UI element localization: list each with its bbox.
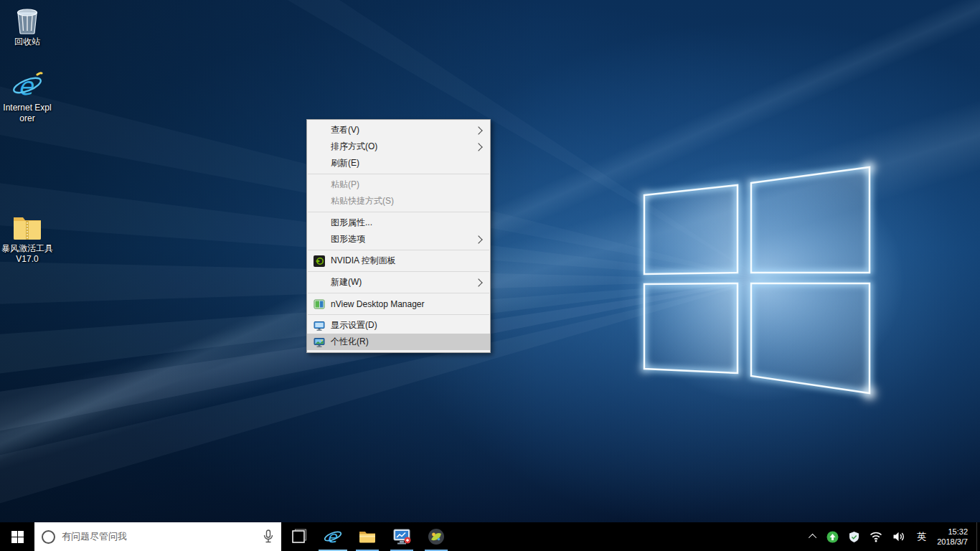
personalize-icon: [307, 336, 331, 348]
menu-separator: [308, 293, 489, 293]
nview-icon: [307, 298, 331, 310]
system-tray: 英 15:32 2018/3/7: [806, 522, 980, 551]
desktop-context-menu: 查看(V) 排序方式(O) 刷新(E) 粘贴(P) 粘贴快捷方式(S) 图形属性…: [306, 119, 491, 353]
clock-date: 2018/3/7: [937, 537, 968, 547]
desktop[interactable]: 回收站 e Internet Explorer 暴风激活工具V17.0 查看(: [0, 0, 980, 551]
tray-network[interactable]: [864, 522, 887, 551]
internet-explorer-icon: e: [324, 527, 342, 546]
file-explorer-icon: [358, 527, 377, 546]
internet-explorer-icon: e: [11, 72, 43, 100]
desktop-icon-recycle-bin[interactable]: 回收站: [1, 6, 53, 47]
tray-app-green[interactable]: [821, 522, 844, 551]
menu-separator: [308, 314, 489, 315]
paint-app-icon: [427, 527, 446, 546]
menu-item-new[interactable]: 新建(W): [307, 274, 490, 291]
start-button[interactable]: [0, 522, 34, 551]
taskbar-app-paint-tool[interactable]: [419, 522, 453, 551]
task-view-icon: [291, 529, 306, 545]
menu-item-personalize[interactable]: 个性化(R): [307, 334, 490, 350]
show-desktop-button[interactable]: [976, 522, 980, 551]
menu-item-display-settings[interactable]: 显示设置(D): [307, 317, 490, 334]
zip-folder-icon: [11, 212, 43, 241]
taskbar: 有问题尽管问我 e: [0, 522, 980, 551]
taskbar-app-pc-tool[interactable]: [385, 522, 419, 551]
windows-logo-icon: [11, 531, 24, 543]
green-circle-arrow-icon: [826, 531, 839, 543]
recycle-bin-icon: [11, 6, 43, 34]
menu-item-graphics-properties[interactable]: 图形属性...: [307, 215, 490, 231]
menu-item-paste-shortcut: 粘贴快捷方式(S): [307, 193, 490, 209]
chevron-up-icon: [809, 534, 816, 542]
menu-separator: [308, 250, 489, 250]
clock[interactable]: 15:32 2018/3/7: [933, 522, 976, 551]
menu-item-nvidia-control-panel[interactable]: NVIDIA 控制面板: [307, 253, 490, 269]
menu-item-graphics-options[interactable]: 图形选项: [307, 231, 490, 248]
menu-separator: [308, 271, 489, 272]
search-input[interactable]: 有问题尽管问我: [34, 522, 281, 551]
search-placeholder: 有问题尽管问我: [62, 530, 256, 543]
tray-show-hidden-icons[interactable]: [806, 522, 821, 551]
submenu-arrow-icon: [474, 235, 482, 243]
menu-item-nview-desktop-manager[interactable]: nView Desktop Manager: [307, 296, 490, 312]
menu-item-paste: 粘贴(P): [307, 176, 490, 193]
network-icon: [870, 531, 882, 542]
shield-icon: [849, 531, 859, 543]
computer-app-icon: [392, 527, 411, 546]
menu-item-refresh[interactable]: 刷新(E): [307, 155, 490, 171]
display-settings-icon: [307, 320, 331, 331]
desktop-icon-label: 回收站: [1, 37, 53, 47]
svg-text:e: e: [18, 72, 34, 100]
tray-volume[interactable]: [887, 522, 910, 551]
nvidia-icon: [307, 255, 331, 267]
speaker-icon: [892, 531, 905, 542]
submenu-arrow-icon: [474, 143, 482, 151]
desktop-icon-label: Internet Explorer: [1, 103, 53, 124]
desktop-icon-internet-explorer[interactable]: e Internet Explorer: [1, 72, 53, 124]
menu-separator: [308, 174, 489, 174]
submenu-arrow-icon: [474, 126, 482, 134]
task-view-button[interactable]: [281, 522, 316, 551]
menu-item-sort-by[interactable]: 排序方式(O): [307, 138, 490, 155]
clock-time: 15:32: [937, 527, 968, 537]
cortana-icon: [42, 530, 55, 544]
taskbar-app-file-explorer[interactable]: [350, 522, 385, 551]
desktop-icon-label: 暴风激活工具V17.0: [1, 243, 53, 265]
menu-item-view[interactable]: 查看(V): [307, 122, 490, 138]
microphone-icon[interactable]: [263, 529, 274, 544]
desktop-icon-storm-activation-tool[interactable]: 暴风激活工具V17.0: [1, 212, 53, 265]
svg-text:e: e: [327, 528, 338, 546]
taskbar-app-internet-explorer[interactable]: e: [316, 522, 350, 551]
ime-indicator[interactable]: 英: [910, 522, 933, 551]
submenu-arrow-icon: [474, 278, 482, 286]
tray-app-shield[interactable]: [844, 522, 864, 551]
menu-separator: [308, 212, 489, 212]
